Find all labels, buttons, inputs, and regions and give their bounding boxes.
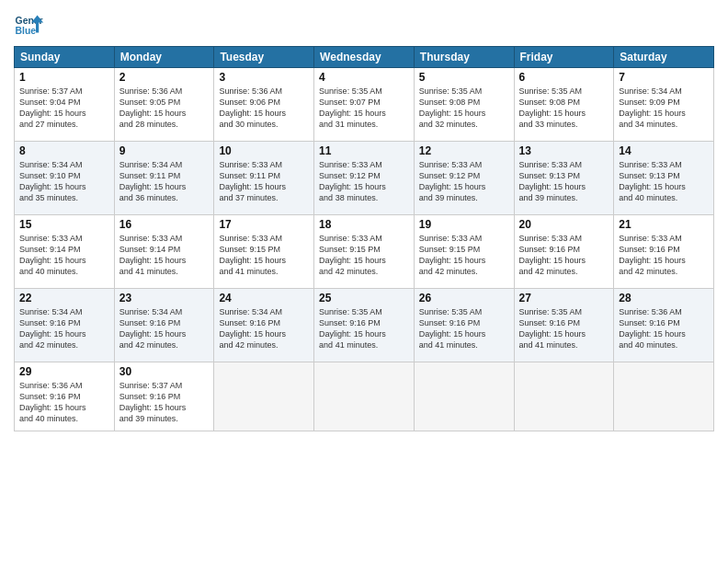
- calendar-row-1: 1Sunrise: 5:37 AM Sunset: 9:04 PM Daylig…: [15, 68, 714, 142]
- day-number: 4: [319, 71, 409, 84]
- day-number: 25: [319, 292, 409, 304]
- calendar-cell: 7Sunrise: 5:34 AM Sunset: 9:09 PM Daylig…: [614, 68, 714, 142]
- calendar-cell: 19Sunrise: 5:33 AM Sunset: 9:15 PM Dayli…: [414, 215, 514, 289]
- calendar-cell: 15Sunrise: 5:33 AM Sunset: 9:14 PM Dayli…: [15, 215, 115, 289]
- day-info: Sunrise: 5:35 AM Sunset: 9:16 PM Dayligh…: [519, 306, 609, 351]
- day-number: 20: [519, 218, 609, 231]
- day-info: Sunrise: 5:36 AM Sunset: 9:05 PM Dayligh…: [119, 86, 210, 131]
- calendar-row-5: 29Sunrise: 5:36 AM Sunset: 9:16 PM Dayli…: [15, 362, 714, 431]
- svg-text:Blue: Blue: [16, 26, 37, 36]
- day-info: Sunrise: 5:34 AM Sunset: 9:16 PM Dayligh…: [19, 306, 109, 351]
- day-number: 14: [619, 144, 709, 157]
- calendar-cell: 1Sunrise: 5:37 AM Sunset: 9:04 PM Daylig…: [15, 68, 115, 142]
- day-info: Sunrise: 5:33 AM Sunset: 9:13 PM Dayligh…: [519, 159, 609, 204]
- day-info: Sunrise: 5:34 AM Sunset: 9:10 PM Dayligh…: [19, 159, 109, 204]
- calendar-cell: 24Sunrise: 5:34 AM Sunset: 9:16 PM Dayli…: [214, 289, 314, 362]
- day-number: 21: [619, 218, 709, 231]
- calendar-cell: 17Sunrise: 5:33 AM Sunset: 9:15 PM Dayli…: [214, 215, 314, 289]
- day-number: 8: [19, 144, 109, 157]
- day-info: Sunrise: 5:33 AM Sunset: 9:14 PM Dayligh…: [119, 233, 210, 278]
- day-info: Sunrise: 5:35 AM Sunset: 9:08 PM Dayligh…: [419, 86, 509, 131]
- day-number: 28: [619, 292, 709, 304]
- weekday-header-tuesday: Tuesday: [214, 47, 314, 68]
- calendar-cell: 8Sunrise: 5:34 AM Sunset: 9:10 PM Daylig…: [15, 142, 115, 215]
- day-number: 27: [519, 292, 609, 304]
- day-number: 12: [419, 144, 509, 157]
- day-number: 23: [119, 292, 210, 304]
- calendar-cell: [614, 362, 714, 431]
- day-info: Sunrise: 5:37 AM Sunset: 9:16 PM Dayligh…: [119, 380, 210, 425]
- day-info: Sunrise: 5:33 AM Sunset: 9:12 PM Dayligh…: [319, 159, 409, 204]
- day-number: 7: [619, 71, 709, 84]
- calendar-cell: 3Sunrise: 5:36 AM Sunset: 9:06 PM Daylig…: [214, 68, 314, 142]
- calendar-cell: 16Sunrise: 5:33 AM Sunset: 9:14 PM Dayli…: [114, 215, 214, 289]
- calendar-cell: 26Sunrise: 5:35 AM Sunset: 9:16 PM Dayli…: [414, 289, 514, 362]
- day-info: Sunrise: 5:34 AM Sunset: 9:09 PM Dayligh…: [619, 86, 709, 131]
- calendar-cell: 23Sunrise: 5:34 AM Sunset: 9:16 PM Dayli…: [114, 289, 214, 362]
- logo: General Blue: [14, 9, 43, 39]
- calendar-cell: [314, 362, 415, 431]
- day-info: Sunrise: 5:33 AM Sunset: 9:15 PM Dayligh…: [419, 233, 509, 278]
- day-number: 2: [119, 71, 210, 84]
- day-info: Sunrise: 5:33 AM Sunset: 9:13 PM Dayligh…: [619, 159, 709, 204]
- day-info: Sunrise: 5:36 AM Sunset: 9:16 PM Dayligh…: [619, 306, 709, 351]
- logo-icon: General Blue: [14, 9, 43, 39]
- day-number: 29: [19, 365, 109, 378]
- day-info: Sunrise: 5:34 AM Sunset: 9:16 PM Dayligh…: [219, 306, 309, 351]
- day-number: 22: [19, 292, 109, 304]
- calendar-cell: 2Sunrise: 5:36 AM Sunset: 9:05 PM Daylig…: [114, 68, 214, 142]
- day-number: 3: [219, 71, 309, 84]
- calendar-cell: 20Sunrise: 5:33 AM Sunset: 9:16 PM Dayli…: [514, 215, 614, 289]
- calendar: SundayMondayTuesdayWednesdayThursdayFrid…: [14, 46, 714, 431]
- calendar-row-3: 15Sunrise: 5:33 AM Sunset: 9:14 PM Dayli…: [15, 215, 714, 289]
- day-info: Sunrise: 5:34 AM Sunset: 9:11 PM Dayligh…: [119, 159, 210, 204]
- calendar-cell: 4Sunrise: 5:35 AM Sunset: 9:07 PM Daylig…: [314, 68, 415, 142]
- weekday-header-thursday: Thursday: [414, 47, 514, 68]
- page: General Blue SundayMondayTuesdayWednesda…: [0, 0, 728, 563]
- calendar-cell: 5Sunrise: 5:35 AM Sunset: 9:08 PM Daylig…: [414, 68, 514, 142]
- day-info: Sunrise: 5:35 AM Sunset: 9:16 PM Dayligh…: [319, 306, 409, 351]
- day-info: Sunrise: 5:36 AM Sunset: 9:16 PM Dayligh…: [19, 380, 109, 425]
- calendar-row-2: 8Sunrise: 5:34 AM Sunset: 9:10 PM Daylig…: [15, 142, 714, 215]
- day-number: 30: [119, 365, 210, 378]
- calendar-cell: 29Sunrise: 5:36 AM Sunset: 9:16 PM Dayli…: [15, 362, 115, 431]
- calendar-cell: 6Sunrise: 5:35 AM Sunset: 9:08 PM Daylig…: [514, 68, 614, 142]
- weekday-header-row: SundayMondayTuesdayWednesdayThursdayFrid…: [15, 47, 714, 68]
- header: General Blue: [14, 9, 714, 39]
- day-info: Sunrise: 5:37 AM Sunset: 9:04 PM Dayligh…: [19, 86, 109, 131]
- day-info: Sunrise: 5:33 AM Sunset: 9:12 PM Dayligh…: [419, 159, 509, 204]
- day-info: Sunrise: 5:33 AM Sunset: 9:15 PM Dayligh…: [219, 233, 309, 278]
- calendar-cell: 12Sunrise: 5:33 AM Sunset: 9:12 PM Dayli…: [414, 142, 514, 215]
- calendar-cell: 30Sunrise: 5:37 AM Sunset: 9:16 PM Dayli…: [114, 362, 214, 431]
- day-number: 9: [119, 144, 210, 157]
- weekday-header-sunday: Sunday: [15, 47, 115, 68]
- weekday-header-wednesday: Wednesday: [314, 47, 415, 68]
- calendar-row-4: 22Sunrise: 5:34 AM Sunset: 9:16 PM Dayli…: [15, 289, 714, 362]
- day-number: 6: [519, 71, 609, 84]
- day-info: Sunrise: 5:35 AM Sunset: 9:08 PM Dayligh…: [519, 86, 609, 131]
- day-info: Sunrise: 5:33 AM Sunset: 9:16 PM Dayligh…: [519, 233, 609, 278]
- weekday-header-saturday: Saturday: [614, 47, 714, 68]
- day-info: Sunrise: 5:35 AM Sunset: 9:07 PM Dayligh…: [319, 86, 409, 131]
- calendar-cell: 27Sunrise: 5:35 AM Sunset: 9:16 PM Dayli…: [514, 289, 614, 362]
- day-number: 19: [419, 218, 509, 231]
- day-info: Sunrise: 5:33 AM Sunset: 9:15 PM Dayligh…: [319, 233, 409, 278]
- calendar-cell: 28Sunrise: 5:36 AM Sunset: 9:16 PM Dayli…: [614, 289, 714, 362]
- day-number: 15: [19, 218, 109, 231]
- day-info: Sunrise: 5:33 AM Sunset: 9:11 PM Dayligh…: [219, 159, 309, 204]
- calendar-cell: [514, 362, 614, 431]
- day-number: 26: [419, 292, 509, 304]
- calendar-cell: 25Sunrise: 5:35 AM Sunset: 9:16 PM Dayli…: [314, 289, 415, 362]
- calendar-cell: [214, 362, 314, 431]
- day-info: Sunrise: 5:36 AM Sunset: 9:06 PM Dayligh…: [219, 86, 309, 131]
- calendar-cell: 21Sunrise: 5:33 AM Sunset: 9:16 PM Dayli…: [614, 215, 714, 289]
- day-number: 1: [19, 71, 109, 84]
- calendar-cell: 22Sunrise: 5:34 AM Sunset: 9:16 PM Dayli…: [15, 289, 115, 362]
- day-info: Sunrise: 5:35 AM Sunset: 9:16 PM Dayligh…: [419, 306, 509, 351]
- weekday-header-friday: Friday: [514, 47, 614, 68]
- calendar-cell: [414, 362, 514, 431]
- calendar-cell: 14Sunrise: 5:33 AM Sunset: 9:13 PM Dayli…: [614, 142, 714, 215]
- day-info: Sunrise: 5:33 AM Sunset: 9:14 PM Dayligh…: [19, 233, 109, 278]
- day-number: 11: [319, 144, 409, 157]
- calendar-cell: 13Sunrise: 5:33 AM Sunset: 9:13 PM Dayli…: [514, 142, 614, 215]
